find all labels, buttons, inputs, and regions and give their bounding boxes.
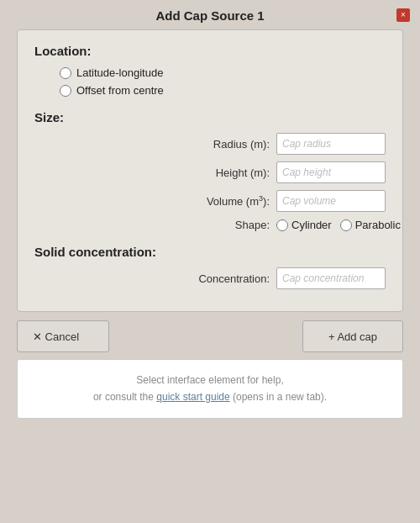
concentration-section: Solid concentration: Concentration:	[34, 245, 386, 289]
offset-label: Offset from centre	[76, 84, 164, 97]
height-label: Height (m):	[186, 166, 270, 179]
size-title: Size:	[34, 110, 386, 124]
volume-row: Volume (m3):	[34, 190, 386, 212]
cylinder-label: Cylinder	[291, 219, 332, 231]
help-panel: Select interface element for help, or co…	[17, 359, 403, 419]
location-section: Location: Latitude-longitude Offset from…	[34, 44, 386, 97]
radius-row: Radius (m):	[34, 133, 386, 155]
concentration-input[interactable]	[276, 267, 386, 289]
lat-lon-label: Latitude-longitude	[76, 66, 163, 79]
height-row: Height (m):	[34, 161, 386, 183]
radius-input[interactable]	[276, 133, 386, 155]
close-button[interactable]: ×	[396, 8, 410, 22]
radius-label: Radius (m):	[186, 138, 270, 151]
main-panel: Location: Latitude-longitude Offset from…	[17, 29, 403, 312]
add-cap-label: + Add cap	[328, 330, 377, 343]
cylinder-option[interactable]: Cylinder	[276, 219, 332, 231]
location-title: Location:	[34, 44, 386, 58]
volume-input[interactable]	[276, 190, 386, 212]
concentration-label: Concentration:	[186, 272, 270, 285]
cancel-button[interactable]: ✕ Cancel	[17, 320, 109, 352]
concentration-title: Solid concentration:	[34, 245, 386, 259]
cancel-label: ✕ Cancel	[33, 330, 79, 343]
offset-radio[interactable]	[60, 85, 71, 97]
size-section: Size: Radius (m): Height (m): Volume (m3…	[34, 110, 386, 231]
button-row: ✕ Cancel + Add cap	[17, 320, 403, 352]
location-radio-group: Latitude-longitude Offset from centre	[34, 66, 386, 97]
title-bar: Add Cap Source 1 ×	[0, 0, 420, 29]
cylinder-radio[interactable]	[276, 219, 288, 231]
add-cap-button[interactable]: + Add cap	[302, 320, 403, 352]
parabolic-option[interactable]: Parabolic	[340, 219, 401, 231]
parabolic-label: Parabolic	[355, 219, 401, 231]
lat-lon-radio[interactable]	[60, 67, 71, 79]
help-line1: Select interface element for help,	[136, 374, 283, 386]
help-line3: (opens in a new tab).	[233, 391, 327, 403]
bottom-area: ✕ Cancel + Add cap Select interface elem…	[17, 320, 403, 419]
lat-lon-option[interactable]: Latitude-longitude	[60, 66, 386, 79]
shape-options: Cylinder Parabolic	[276, 219, 386, 231]
height-input[interactable]	[276, 161, 386, 183]
concentration-row: Concentration:	[34, 267, 386, 289]
parabolic-radio[interactable]	[340, 219, 352, 231]
offset-option[interactable]: Offset from centre	[60, 84, 386, 97]
shape-row: Shape: Cylinder Parabolic	[34, 219, 386, 231]
help-line2: or consult the	[93, 391, 154, 403]
quick-start-link[interactable]: quick start guide	[156, 391, 229, 403]
shape-label: Shape:	[186, 219, 270, 231]
dialog-title: Add Cap Source 1	[0, 8, 420, 23]
volume-label: Volume (m3):	[186, 194, 270, 208]
